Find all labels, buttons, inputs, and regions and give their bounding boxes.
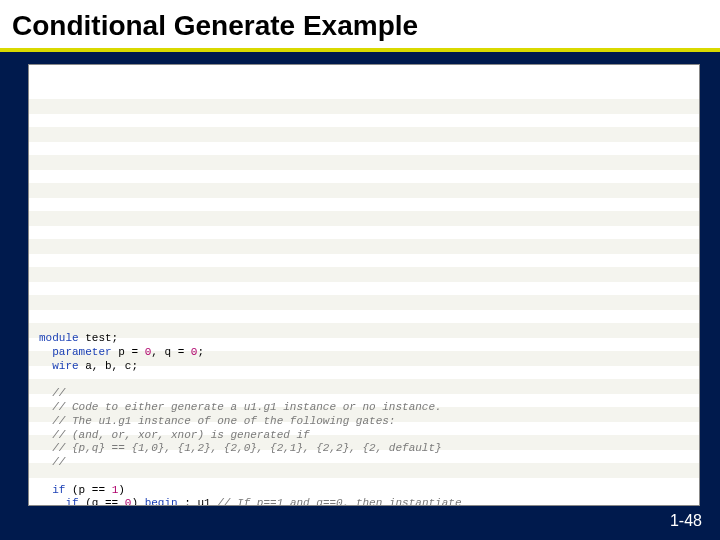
comment: // (and, or, xor, xnor) is generated if bbox=[52, 429, 309, 441]
comment: // The u1.g1 instance of one of the foll… bbox=[52, 415, 395, 427]
page-number: 1-48 bbox=[670, 512, 702, 530]
code-content: module test; parameter p = 0, q = 0; wir… bbox=[39, 319, 691, 507]
comment: // bbox=[52, 456, 65, 468]
code-block: module test; parameter p = 0, q = 0; wir… bbox=[28, 64, 700, 506]
comment: // Code to either generate a u1.g1 insta… bbox=[52, 401, 441, 413]
kw-module: module bbox=[39, 332, 79, 344]
kw-wire: wire bbox=[52, 360, 78, 372]
slide-title: Conditional Generate Example bbox=[0, 0, 720, 52]
kw-parameter: parameter bbox=[52, 346, 111, 358]
kw-if: if bbox=[52, 484, 65, 496]
slide: Conditional Generate Example module test… bbox=[0, 0, 720, 540]
comment: // {p,q} == {1,0}, {1,2}, {2,0}, {2,1}, … bbox=[52, 442, 441, 454]
comment: // bbox=[52, 387, 65, 399]
